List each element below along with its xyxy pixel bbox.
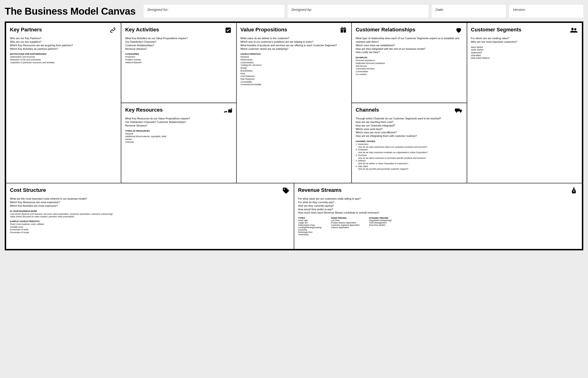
- items: Personal assistanceDedicated Personal As…: [356, 59, 463, 76]
- questions: For whom are we creating value?Who are o…: [471, 37, 578, 44]
- subheading: Is your business more: [10, 210, 290, 212]
- subheading: Sample characteristics: [10, 220, 290, 223]
- items: ProductionProblem SolvingPlatform/Networ…: [125, 56, 232, 64]
- meta-date[interactable]: Date:: [432, 5, 506, 18]
- cell-title: Value Propositions: [241, 27, 287, 33]
- subheading: Characteristics: [241, 53, 347, 55]
- svg-point-17: [574, 28, 576, 30]
- cell-title: Customer Segments: [471, 27, 521, 33]
- svg-rect-1: [228, 110, 232, 113]
- cell-title: Revenue Streams: [298, 187, 342, 193]
- channel-phases: 1. AwarenessHow do we raise awareness ab…: [356, 143, 463, 171]
- svg-point-16: [571, 28, 574, 30]
- gift-icon: [339, 27, 347, 34]
- svg-point-11: [341, 27, 343, 28]
- tag-icon: [281, 187, 290, 194]
- factory-icon: [224, 107, 232, 114]
- truck-icon: [454, 107, 463, 114]
- meta-designed-by[interactable]: Designed by:: [288, 5, 428, 18]
- cell-title: Key Activities: [125, 27, 159, 33]
- top-bar: The Business Model Canvas Designed for: …: [5, 5, 583, 18]
- svg-point-14: [456, 111, 457, 113]
- subheading: Types of resources: [125, 130, 232, 132]
- cell-title: Key Resources: [125, 107, 162, 113]
- questions: Through which Channels do our Customer S…: [356, 117, 463, 138]
- cell-key-partners: Key Partners Who are our Key Partners?Wh…: [6, 23, 121, 183]
- people-icon: [570, 27, 578, 34]
- subheading: Examples: [356, 56, 463, 59]
- items: NewnessPerformanceCustomization"Getting …: [241, 56, 347, 86]
- cell-customer-relationships: Customer Relationships What type of rela…: [352, 23, 467, 103]
- meta-designed-for[interactable]: Designed for:: [144, 5, 284, 18]
- heart-icon: [454, 27, 463, 34]
- items: Cost Driven (leanest cost structure, low…: [10, 213, 290, 218]
- money-bag-icon: $: [570, 187, 578, 194]
- cell-customer-segments: Customer Segments For whom are we creati…: [467, 23, 582, 183]
- svg-point-18: [284, 189, 285, 190]
- revenue-columns: TypesAsset saleUsage feeSubscription Fee…: [298, 217, 578, 236]
- subheading: Channel phases: [356, 140, 463, 143]
- questions: What type of relationship does each of o…: [356, 37, 463, 54]
- questions: What value do we deliver to the customer…: [241, 37, 347, 51]
- questions: What are the most important costs inhere…: [10, 197, 290, 208]
- items: Mass MarketNiche MarketSegmentedDiversif…: [471, 46, 578, 60]
- cell-key-activities: Key Activities What Key Activities do ou…: [121, 23, 236, 103]
- cell-revenue-streams: Revenue Streams $ For what value are our…: [294, 183, 582, 249]
- questions: What Key Resources do our Value Proposit…: [125, 117, 232, 127]
- svg-rect-9: [344, 30, 346, 33]
- cell-cost-structure: Cost Structure What are the most importa…: [6, 183, 294, 249]
- svg-rect-10: [340, 28, 346, 29]
- items: PhysicalIntellectual (brand patents, cop…: [125, 133, 232, 144]
- questions: Who are our Key Partners?Who are our key…: [10, 37, 117, 51]
- page-title: The Business Model Canvas: [5, 6, 136, 17]
- meta-version[interactable]: Version:: [509, 5, 583, 18]
- cell-title: Channels: [356, 107, 379, 113]
- svg-marker-4: [229, 109, 230, 110]
- cell-value-propositions: Value Propositions What value do we deli…: [236, 23, 352, 183]
- cell-key-resources: Key Resources What Key Resources do our …: [121, 103, 236, 183]
- svg-rect-2: [231, 108, 232, 110]
- cell-channels: Channels Through which Channels do our C…: [352, 103, 467, 183]
- svg-rect-13: [455, 108, 460, 111]
- cell-title: Customer Relationships: [356, 27, 415, 33]
- canvas-grid: Key Partners Who are our Key Partners?Wh…: [5, 21, 583, 250]
- svg-point-15: [460, 111, 461, 113]
- items: Fixed Costs (salaries, rents, utilities)…: [10, 223, 290, 234]
- canvas-document: The Business Model Canvas Designed for: …: [5, 5, 583, 250]
- svg-point-6: [226, 111, 227, 112]
- cell-title: Key Partners: [10, 27, 42, 33]
- svg-point-12: [344, 27, 345, 28]
- svg-point-7: [224, 112, 225, 113]
- subheading: Motivations for partnerships: [10, 53, 117, 55]
- svg-text:$: $: [573, 190, 575, 192]
- link-icon: [108, 27, 117, 34]
- cell-title: Cost Structure: [10, 187, 46, 193]
- subheading: Categories: [125, 53, 232, 55]
- questions: What Key Activities do our Value Proposi…: [125, 37, 232, 51]
- items: Optimization and economyReduction of ris…: [10, 56, 117, 64]
- svg-marker-3: [228, 109, 229, 110]
- svg-rect-8: [341, 30, 343, 33]
- checkbox-icon: [224, 27, 232, 34]
- questions: For what value are our customers really …: [298, 197, 578, 215]
